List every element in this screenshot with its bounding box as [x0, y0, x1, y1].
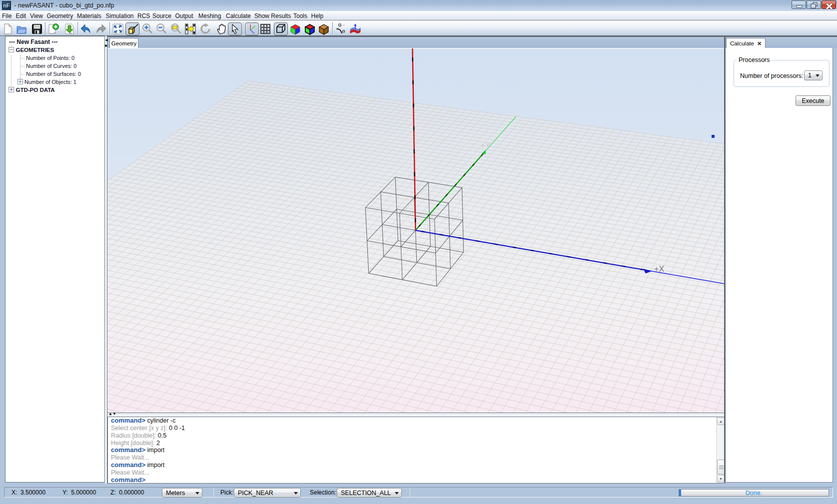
svg-text:+Y: +Y — [481, 141, 491, 150]
svg-text:+X: +X — [654, 265, 664, 273]
